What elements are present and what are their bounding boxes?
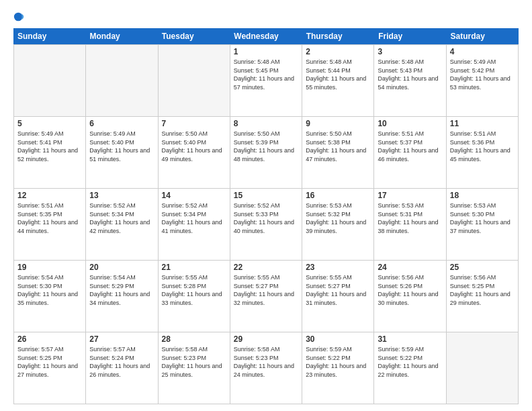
cell-info: Sunrise: 5:49 AMSunset: 5:41 PMDaylight:… (17, 130, 82, 163)
day-number: 20 (89, 263, 154, 272)
day-number: 31 (378, 334, 442, 344)
day-number: 9 (306, 119, 370, 128)
day-number: 16 (306, 191, 370, 200)
calendar-header: SundayMondayTuesdayWednesdayThursdayFrid… (13, 28, 519, 44)
calendar-cell: 15Sunrise: 5:52 AMSunset: 5:33 PMDayligh… (230, 189, 302, 260)
day-number: 14 (162, 191, 226, 200)
cell-info: Sunrise: 5:51 AMSunset: 5:35 PMDaylight:… (17, 201, 82, 235)
cell-info: Sunrise: 5:49 AMSunset: 5:42 PMDaylight:… (450, 58, 515, 91)
calendar-cell (14, 45, 86, 116)
cell-info: Sunrise: 5:58 AMSunset: 5:23 PMDaylight:… (162, 345, 226, 379)
calendar-row: 5Sunrise: 5:49 AMSunset: 5:41 PMDaylight… (13, 116, 519, 188)
calendar-cell: 23Sunrise: 5:55 AMSunset: 5:27 PMDayligh… (302, 261, 374, 332)
cell-info: Sunrise: 5:48 AMSunset: 5:45 PMDaylight:… (234, 58, 298, 91)
cell-info: Sunrise: 5:54 AMSunset: 5:30 PMDaylight:… (17, 273, 82, 307)
day-number: 1 (234, 47, 298, 56)
calendar-cell: 2Sunrise: 5:48 AMSunset: 5:44 PMDaylight… (302, 45, 374, 116)
calendar-body: 1Sunrise: 5:48 AMSunset: 5:45 PMDaylight… (13, 44, 519, 404)
day-number: 12 (17, 191, 82, 200)
cell-info: Sunrise: 5:55 AMSunset: 5:28 PMDaylight:… (162, 273, 226, 307)
calendar-cell: 22Sunrise: 5:55 AMSunset: 5:27 PMDayligh… (230, 261, 302, 332)
day-number: 30 (306, 334, 370, 344)
calendar-cell: 4Sunrise: 5:49 AMSunset: 5:42 PMDaylight… (447, 45, 519, 116)
cell-info: Sunrise: 5:59 AMSunset: 5:22 PMDaylight:… (378, 345, 442, 379)
day-number: 4 (450, 47, 515, 56)
day-number: 11 (450, 119, 515, 128)
page-header (13, 11, 519, 23)
calendar-cell: 10Sunrise: 5:51 AMSunset: 5:37 PMDayligh… (374, 117, 446, 188)
calendar-cell: 17Sunrise: 5:53 AMSunset: 5:31 PMDayligh… (374, 189, 446, 260)
day-number: 22 (234, 263, 298, 272)
cell-info: Sunrise: 5:53 AMSunset: 5:30 PMDaylight:… (450, 201, 515, 235)
cell-info: Sunrise: 5:50 AMSunset: 5:40 PMDaylight:… (162, 130, 226, 163)
cell-info: Sunrise: 5:52 AMSunset: 5:34 PMDaylight:… (89, 201, 154, 235)
header-day: Friday (374, 28, 446, 44)
cell-info: Sunrise: 5:57 AMSunset: 5:24 PMDaylight:… (89, 345, 154, 379)
calendar-cell: 21Sunrise: 5:55 AMSunset: 5:28 PMDayligh… (159, 261, 230, 332)
calendar-cell: 16Sunrise: 5:53 AMSunset: 5:32 PMDayligh… (302, 189, 374, 260)
day-number: 26 (17, 334, 82, 344)
header-day: Monday (85, 28, 157, 44)
day-number: 23 (306, 263, 370, 272)
day-number: 17 (378, 191, 442, 200)
calendar-row: 1Sunrise: 5:48 AMSunset: 5:45 PMDaylight… (13, 44, 519, 116)
calendar-cell: 20Sunrise: 5:54 AMSunset: 5:29 PMDayligh… (86, 261, 158, 332)
cell-info: Sunrise: 5:55 AMSunset: 5:27 PMDaylight:… (306, 273, 370, 307)
day-number: 19 (17, 263, 82, 272)
cell-info: Sunrise: 5:51 AMSunset: 5:36 PMDaylight:… (450, 130, 515, 163)
cell-info: Sunrise: 5:59 AMSunset: 5:22 PMDaylight:… (306, 345, 370, 379)
logo-icon (13, 11, 26, 23)
day-number: 18 (450, 191, 515, 200)
header-day: Tuesday (158, 28, 230, 44)
day-number: 2 (306, 47, 370, 56)
day-number: 25 (450, 263, 515, 272)
calendar: SundayMondayTuesdayWednesdayThursdayFrid… (13, 28, 519, 404)
cell-info: Sunrise: 5:52 AMSunset: 5:33 PMDaylight:… (234, 201, 298, 235)
day-number: 5 (17, 119, 82, 128)
calendar-cell: 12Sunrise: 5:51 AMSunset: 5:35 PMDayligh… (14, 189, 86, 260)
calendar-cell: 30Sunrise: 5:59 AMSunset: 5:22 PMDayligh… (302, 332, 374, 404)
cell-info: Sunrise: 5:50 AMSunset: 5:39 PMDaylight:… (234, 130, 298, 163)
day-number: 28 (162, 334, 226, 344)
calendar-cell: 5Sunrise: 5:49 AMSunset: 5:41 PMDaylight… (14, 117, 86, 188)
calendar-page: SundayMondayTuesdayWednesdayThursdayFrid… (0, 0, 532, 411)
day-number: 7 (162, 119, 226, 128)
calendar-cell: 28Sunrise: 5:58 AMSunset: 5:23 PMDayligh… (159, 332, 230, 404)
day-number: 21 (162, 263, 226, 272)
calendar-cell: 19Sunrise: 5:54 AMSunset: 5:30 PMDayligh… (14, 261, 86, 332)
calendar-cell (447, 332, 519, 404)
calendar-cell (159, 45, 230, 116)
day-number: 15 (234, 191, 298, 200)
calendar-cell (86, 45, 158, 116)
calendar-cell: 31Sunrise: 5:59 AMSunset: 5:22 PMDayligh… (374, 332, 446, 404)
cell-info: Sunrise: 5:56 AMSunset: 5:26 PMDaylight:… (378, 273, 442, 307)
cell-info: Sunrise: 5:49 AMSunset: 5:40 PMDaylight:… (89, 130, 154, 163)
cell-info: Sunrise: 5:48 AMSunset: 5:44 PMDaylight:… (306, 58, 370, 91)
calendar-cell: 9Sunrise: 5:50 AMSunset: 5:38 PMDaylight… (302, 117, 374, 188)
calendar-cell: 13Sunrise: 5:52 AMSunset: 5:34 PMDayligh… (86, 189, 158, 260)
calendar-cell: 26Sunrise: 5:57 AMSunset: 5:25 PMDayligh… (14, 332, 86, 404)
cell-info: Sunrise: 5:58 AMSunset: 5:23 PMDaylight:… (234, 345, 298, 379)
calendar-cell: 11Sunrise: 5:51 AMSunset: 5:36 PMDayligh… (447, 117, 519, 188)
calendar-row: 26Sunrise: 5:57 AMSunset: 5:25 PMDayligh… (13, 332, 519, 404)
cell-info: Sunrise: 5:53 AMSunset: 5:31 PMDaylight:… (378, 201, 442, 235)
calendar-cell: 29Sunrise: 5:58 AMSunset: 5:23 PMDayligh… (230, 332, 302, 404)
calendar-cell: 7Sunrise: 5:50 AMSunset: 5:40 PMDaylight… (159, 117, 230, 188)
day-number: 27 (89, 334, 154, 344)
cell-info: Sunrise: 5:55 AMSunset: 5:27 PMDaylight:… (234, 273, 298, 307)
cell-info: Sunrise: 5:51 AMSunset: 5:37 PMDaylight:… (378, 130, 442, 163)
day-number: 10 (378, 119, 442, 128)
cell-info: Sunrise: 5:54 AMSunset: 5:29 PMDaylight:… (89, 273, 154, 307)
cell-info: Sunrise: 5:50 AMSunset: 5:38 PMDaylight:… (306, 130, 370, 163)
cell-info: Sunrise: 5:48 AMSunset: 5:43 PMDaylight:… (378, 58, 442, 91)
calendar-cell: 1Sunrise: 5:48 AMSunset: 5:45 PMDaylight… (230, 45, 302, 116)
calendar-cell: 25Sunrise: 5:56 AMSunset: 5:25 PMDayligh… (447, 261, 519, 332)
day-number: 24 (378, 263, 442, 272)
calendar-row: 12Sunrise: 5:51 AMSunset: 5:35 PMDayligh… (13, 188, 519, 260)
calendar-cell: 18Sunrise: 5:53 AMSunset: 5:30 PMDayligh… (447, 189, 519, 260)
logo (13, 11, 27, 23)
day-number: 29 (234, 334, 298, 344)
calendar-cell: 6Sunrise: 5:49 AMSunset: 5:40 PMDaylight… (86, 117, 158, 188)
header-day: Wednesday (230, 28, 302, 44)
day-number: 6 (89, 119, 154, 128)
